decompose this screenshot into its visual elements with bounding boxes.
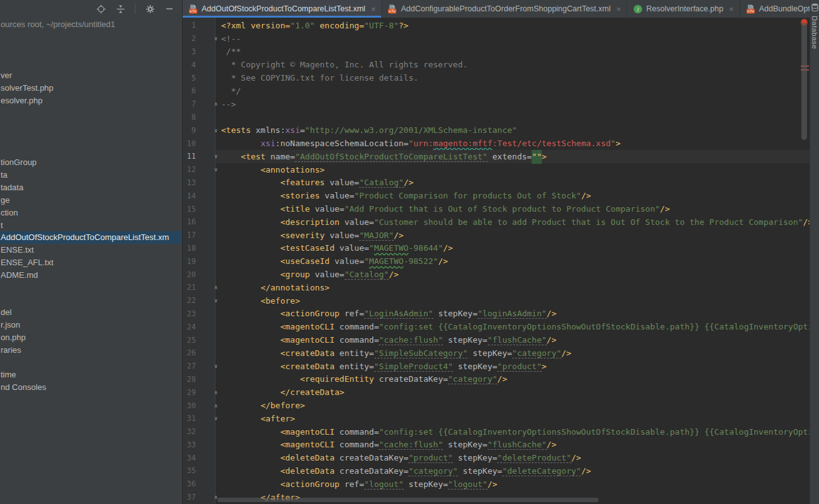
fold-column <box>196 19 221 32</box>
code-line[interactable]: 33 <magentoCLI command="cache:flush" ste… <box>183 438 810 452</box>
project-tree-item[interactable]: esolver.php <box>0 94 182 107</box>
code-line[interactable]: 21∧ </annotations> <box>183 281 810 294</box>
line-number: 25 <box>183 336 196 345</box>
tab-close-icon[interactable]: × <box>729 4 734 14</box>
code-line[interactable]: 9∨<tests xmlns:xsi="http://www.w3.org/20… <box>183 123 810 137</box>
code-line[interactable]: 29∧ </createData> <box>183 386 810 399</box>
code-text: <description value="Customer should be a… <box>221 217 810 227</box>
code-line[interactable]: 20 <group value="Catalog"/> <box>183 268 810 281</box>
horizontal-scrollbar[interactable] <box>217 498 598 502</box>
project-tree-item[interactable]: raries <box>0 344 182 357</box>
editor-tab[interactable]: IResolverInterface.php× <box>627 0 740 18</box>
fold-collapse-icon[interactable]: ∨ <box>214 36 217 42</box>
code-line[interactable]: 14 <stories value="Product Comparison fo… <box>183 189 810 202</box>
code-line[interactable]: 31∨ <after> <box>183 412 810 425</box>
project-tree-item[interactable]: AddOutOfStockProductToCompareListTest.xm <box>0 231 182 244</box>
code-line[interactable]: 1<?xml version="1.0" encoding="UTF-8"?> <box>183 19 810 32</box>
code-line[interactable]: 28 <requiredEntity createDataKey="catego… <box>183 373 810 386</box>
fold-column: ∨ <box>196 294 221 307</box>
code-text: <?xml version="1.0" encoding="UTF-8"?> <box>221 21 408 30</box>
project-tree-item[interactable]: ver <box>0 69 182 82</box>
code-line[interactable]: 22∨ <before> <box>183 294 810 307</box>
editor-tab[interactable]: <?>AddBundleOption\ <box>740 0 819 18</box>
project-tree-item[interactable]: ge <box>0 194 182 207</box>
code-line[interactable]: 10 xsi:noNamespaceSchemaLocation="urn:ma… <box>183 137 810 150</box>
project-tree-item[interactable]: nd Consoles <box>0 381 182 394</box>
project-tree-item[interactable]: ction <box>0 207 182 219</box>
vertical-scrollbar[interactable] <box>801 23 807 140</box>
project-tree-item[interactable]: del <box>0 306 182 319</box>
code-line[interactable]: 26 <createData entity="SimpleSubCategory… <box>183 346 810 360</box>
fold-collapse-icon[interactable]: ∨ <box>214 167 217 173</box>
line-number: 27 <box>183 362 196 370</box>
project-tree-item[interactable]: t <box>0 219 182 232</box>
code-line[interactable]: 23 <actionGroup ref="LoginAsAdmin" stepK… <box>183 307 810 321</box>
code-text: <actionGroup ref="logout" stepKey="logou… <box>221 479 497 489</box>
code-text: /** <box>221 47 241 56</box>
fold-end-icon[interactable]: ∧ <box>214 285 217 290</box>
fold-column <box>196 137 221 150</box>
project-tree-item[interactable]: ENSE.txt <box>0 244 182 256</box>
project-tree-item[interactable]: ADME.md <box>0 269 182 282</box>
code-line[interactable]: 3 /** <box>183 45 810 59</box>
project-tree-item[interactable]: on.php <box>0 331 182 344</box>
code-line[interactable]: 11∨ <test name="AddOutOfStockProductToCo… <box>183 150 810 163</box>
tree-item-label: ENSE_AFL.txt <box>1 258 54 267</box>
code-line[interactable]: 30∧ </before> <box>183 399 810 412</box>
code-line[interactable]: 16 <description value="Customer should b… <box>183 215 810 229</box>
editor-tab[interactable]: <?>AddConfigurableProductToOrderFromShop… <box>382 0 627 18</box>
code-line[interactable]: 2∨<!-- <box>183 32 810 45</box>
code-line[interactable]: 15 <title value="Add Product that is Out… <box>183 202 810 215</box>
xml-file-icon: <?> <box>188 4 198 14</box>
code-line[interactable]: 8 <box>183 111 810 124</box>
code-line[interactable]: 27∨ <createData entity="SimpleProduct4" … <box>183 360 810 373</box>
editor-tab[interactable]: <?>AddOutOfStockProductToCompareListTest… <box>183 0 382 18</box>
code-line[interactable]: 5 * See COPYING.txt for license details. <box>183 71 810 84</box>
fold-column <box>196 320 221 333</box>
code-text: <useCaseId value="MAGETWO-98522"/> <box>221 256 448 266</box>
code-line[interactable]: 35 <deleteData createDataKey="category" … <box>183 464 810 478</box>
tab-close-icon[interactable]: × <box>371 4 376 14</box>
project-tree-item[interactable]: time <box>0 369 182 381</box>
fold-end-icon[interactable]: ∧ <box>214 403 217 408</box>
code-line[interactable]: 6 */ <box>183 84 810 98</box>
code-line[interactable]: 13 <features value="Catalog"/> <box>183 176 810 190</box>
code-line[interactable]: 25 <magentoCLI command="cache:flush" ste… <box>183 333 810 346</box>
line-number: 19 <box>183 257 196 266</box>
project-tree-item[interactable]: r.json <box>0 319 182 331</box>
database-tool-window-button[interactable]: Database <box>810 3 819 49</box>
project-tree-item[interactable]: ta <box>0 169 182 181</box>
code-line[interactable]: 36 <actionGroup ref="logout" stepKey="lo… <box>183 478 810 491</box>
code-line[interactable]: 17 <severity value="MAJOR"/> <box>183 229 810 242</box>
tab-close-icon[interactable]: × <box>616 4 621 14</box>
project-tree-item[interactable]: tionGroup <box>0 156 182 169</box>
fold-collapse-icon[interactable]: ∨ <box>214 298 217 304</box>
project-tree-item[interactable]: tadata <box>0 181 182 194</box>
code-line[interactable]: 18 <testCaseId value="MAGETWO-98644"/> <box>183 242 810 255</box>
code-text: <after> <box>221 414 295 423</box>
fold-collapse-icon[interactable]: ∨ <box>214 127 217 133</box>
xml-file-icon: <?> <box>746 4 755 14</box>
code-line[interactable]: 12∨ <annotations> <box>183 163 810 176</box>
code-editor[interactable]: 1<?xml version="1.0" encoding="UTF-8"?>2… <box>183 18 810 504</box>
project-tree-item[interactable]: solverTest.php <box>0 82 182 94</box>
code-line[interactable]: 24 <magentoCLI command="config:set {{Cat… <box>183 320 810 333</box>
project-tree[interactable]: versolverTest.phpesolver.phptionGrouptat… <box>0 0 182 504</box>
fold-collapse-icon[interactable]: ∨ <box>214 416 217 421</box>
line-number: 31 <box>183 414 196 423</box>
code-text: <features value="Catalog"/> <box>221 178 413 187</box>
project-tree-item[interactable]: ENSE_AFL.txt <box>0 256 182 269</box>
code-text: <!-- <box>221 34 241 43</box>
code-line[interactable]: 32 <magentoCLI command="config:set {{Cat… <box>183 425 810 438</box>
fold-column <box>196 346 221 360</box>
code-line[interactable]: 7∧--> <box>183 98 810 111</box>
fold-collapse-icon[interactable]: ∨ <box>214 154 217 159</box>
code-line[interactable]: 19 <useCaseId value="MAGETWO-98522"/> <box>183 255 810 268</box>
fold-column <box>196 478 221 491</box>
code-line[interactable]: 34 <deleteData createDataKey="product" s… <box>183 451 810 464</box>
fold-end-icon[interactable]: ∧ <box>214 389 217 395</box>
code-line[interactable]: 4 * Copyright © Magento, Inc. All rights… <box>183 58 810 71</box>
fold-end-icon[interactable]: ∧ <box>214 101 217 107</box>
tab-label: AddConfigurableProductToOrderFromShoppin… <box>401 4 610 13</box>
fold-collapse-icon[interactable]: ∨ <box>214 364 217 369</box>
